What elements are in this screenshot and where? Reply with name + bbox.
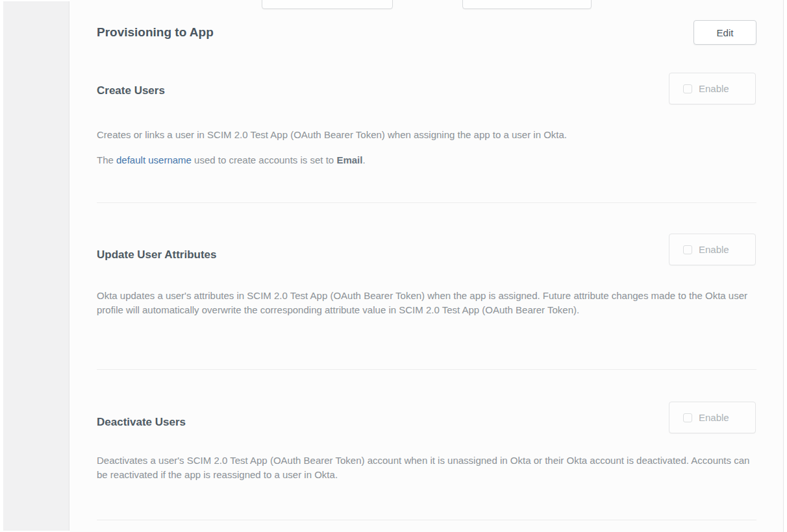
section-divider [97, 520, 756, 520]
deactivate-users-description: Deactivates a user's SCIM 2.0 Test App (… [97, 453, 756, 481]
content-right-border [783, 0, 784, 532]
provisioning-settings-page: Provisioning to App Edit Create Users En… [0, 0, 787, 532]
section-divider [97, 202, 756, 203]
page-title: Provisioning to App [97, 25, 214, 40]
enable-toggle-create-users[interactable]: Enable [669, 73, 756, 104]
create-users-note: The default username used to create acco… [97, 153, 756, 167]
note-middle: used to create accounts is set to [192, 154, 336, 165]
enable-toggle-update-user-attributes[interactable]: Enable [669, 234, 756, 265]
section-divider [97, 369, 756, 370]
enable-toggle-deactivate-users[interactable]: Enable [669, 402, 756, 433]
enable-label: Enable [699, 244, 729, 255]
note-emphasis: Email [336, 154, 362, 165]
section-title-update-user-attributes: Update User Attributes [97, 248, 217, 261]
note-prefix: The [97, 154, 116, 165]
main-content: Provisioning to App Edit Create Users En… [70, 0, 784, 532]
default-username-link[interactable]: default username [116, 154, 192, 165]
enable-label: Enable [699, 412, 729, 423]
update-user-attributes-description: Okta updates a user's attributes in SCIM… [97, 289, 756, 317]
section-title-create-users: Create Users [97, 84, 165, 97]
edit-button[interactable]: Edit [693, 20, 756, 45]
enable-label: Enable [699, 83, 729, 94]
note-suffix: . [362, 154, 365, 165]
enable-checkbox-icon[interactable] [683, 245, 692, 254]
left-sidebar [3, 1, 69, 531]
enable-checkbox-icon[interactable] [683, 84, 692, 93]
enable-checkbox-icon[interactable] [683, 413, 692, 422]
cutoff-control-left[interactable] [262, 0, 393, 9]
create-users-description: Creates or links a user in SCIM 2.0 Test… [97, 128, 756, 142]
cutoff-control-right[interactable] [462, 0, 592, 9]
section-title-deactivate-users: Deactivate Users [97, 416, 186, 429]
